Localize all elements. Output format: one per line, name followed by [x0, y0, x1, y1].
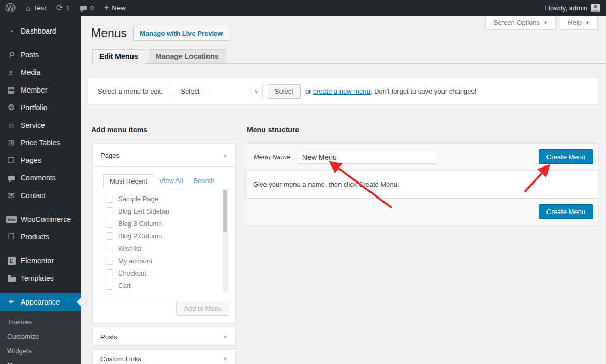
- checkbox[interactable]: [106, 245, 113, 252]
- live-preview-button[interactable]: Manage with Live Preview: [133, 26, 229, 41]
- smiley-icon: ☺: [7, 121, 16, 130]
- save-reminder-text: . Don't forget to save your changes!: [371, 87, 477, 95]
- box-icon: ❒: [7, 232, 16, 241]
- page-checkbox-item[interactable]: Cart: [106, 279, 229, 292]
- envelope-icon: ✉: [7, 191, 16, 200]
- pushpin-icon: ⚲: [7, 50, 16, 59]
- page-checkbox-item[interactable]: Blog 2 Column: [106, 230, 229, 242]
- sidebar-item-dashboard[interactable]: ◔Dashboard: [0, 22, 81, 40]
- checkbox[interactable]: [106, 282, 113, 290]
- sidebar-item-media[interactable]: ♬Media: [0, 64, 81, 81]
- sidebar-item-label: Comments: [21, 174, 56, 182]
- sidebar-item-label: WooCommerce: [21, 215, 71, 223]
- main-content: Screen Options▼ Help▼ Menus Manage with …: [81, 16, 606, 364]
- menu-structure-panel: Menu Name Create Menu Give your menu a n…: [247, 143, 599, 226]
- help-button[interactable]: Help▼: [560, 16, 598, 30]
- page-checkbox-item[interactable]: Blog 3 Column: [106, 217, 229, 230]
- sidebar-item-member[interactable]: ▤Member: [0, 81, 81, 99]
- checkbox[interactable]: [106, 269, 113, 277]
- sidebar-item-label: Contact: [21, 191, 46, 200]
- site-link[interactable]: ⌂Test: [21, 0, 51, 16]
- appearance-submenu: Themes Customize Widgets Menus: [0, 311, 81, 364]
- chevron-down-icon: ∨: [250, 84, 262, 98]
- pages-checklist: Sample Page Blog Left Sidebar Blog 3 Col…: [99, 188, 229, 294]
- checkbox[interactable]: [106, 207, 113, 215]
- select-button[interactable]: Select: [268, 84, 301, 98]
- chevron-down-icon: ▼: [222, 356, 228, 362]
- page-checkbox-item[interactable]: Blog Left Sidebar: [106, 205, 229, 217]
- page-checkbox-item[interactable]: Sample Page: [106, 192, 229, 205]
- id-card-icon: ▤: [7, 85, 16, 95]
- tab-manage-locations[interactable]: Manage Locations: [149, 49, 226, 63]
- checkbox[interactable]: [106, 257, 113, 265]
- sidebar-item-service[interactable]: ☺Service: [0, 116, 81, 134]
- scrollbar-thumb[interactable]: [223, 190, 227, 232]
- woo-badge-icon: Woo: [7, 216, 16, 223]
- checkbox[interactable]: [106, 220, 113, 228]
- sidebar-item-comments[interactable]: Comments: [0, 169, 81, 187]
- home-icon: ⌂: [26, 4, 31, 12]
- account-menu[interactable]: Howdy, admin: [545, 4, 606, 12]
- menu-tabs: Edit Menus Manage Locations: [92, 49, 229, 64]
- sidebar-item-templates[interactable]: Templates: [0, 269, 81, 287]
- menu-select-bar: Select a menu to edit: — Select — ∨ Sele…: [88, 78, 599, 104]
- checkbox[interactable]: [106, 195, 113, 203]
- sidebar-item-products[interactable]: ❒Products: [0, 228, 81, 246]
- sidebar-item-label: Price Tables: [21, 139, 60, 147]
- page-checkbox-item[interactable]: Checkout: [106, 267, 229, 279]
- site-name: Test: [34, 4, 46, 12]
- tab-search[interactable]: Search: [188, 174, 219, 188]
- custom-links-panel: Custom Links ▼: [92, 349, 236, 364]
- grid-icon: ⊞: [7, 138, 16, 147]
- chevron-down-icon: ▼: [543, 20, 548, 25]
- tab-view-all[interactable]: View All: [154, 174, 188, 188]
- new-content-menu[interactable]: +New: [99, 0, 130, 16]
- posts-panel-header[interactable]: Posts ▼: [93, 327, 235, 346]
- sidebar-item-price-tables[interactable]: ⊞Price Tables: [0, 134, 81, 151]
- add-to-menu-button[interactable]: Add to Menu: [176, 301, 229, 316]
- submenu-item-menus[interactable]: Menus: [0, 358, 81, 364]
- custom-links-panel-header[interactable]: Custom Links ▼: [93, 350, 235, 364]
- folder-icon: [7, 275, 16, 282]
- avatar: [591, 4, 600, 12]
- sidebar-item-label: Products: [21, 233, 49, 241]
- create-menu-button[interactable]: Create Menu: [539, 149, 593, 164]
- sidebar-item-posts[interactable]: ⚲Posts: [0, 46, 81, 64]
- sidebar-item-pages[interactable]: ❐Pages: [0, 151, 81, 169]
- sidebar-item-portfolio[interactable]: ❂Portfolio: [0, 99, 81, 116]
- admin-bar: Ⓦ ⌂Test ⟳1 0 +New Howdy, admin: [0, 0, 606, 16]
- sidebar-item-woocommerce[interactable]: WooWooCommerce: [0, 210, 81, 228]
- add-menu-items-heading: Add menu items: [91, 126, 147, 134]
- new-label: New: [112, 4, 125, 12]
- updates-indicator[interactable]: ⟳1: [51, 0, 75, 16]
- comments-indicator[interactable]: 0: [75, 0, 99, 16]
- wordpress-menu[interactable]: Ⓦ: [0, 0, 21, 16]
- menu-name-input[interactable]: [298, 150, 436, 164]
- select-menu-label: Select a menu to edit:: [98, 87, 163, 95]
- create-menu-button-footer[interactable]: Create Menu: [539, 204, 593, 219]
- scrollbar-track[interactable]: [223, 189, 228, 293]
- sidebar-item-appearance[interactable]: ✒Appearance: [0, 293, 81, 311]
- submenu-item-widgets[interactable]: Widgets: [0, 343, 81, 358]
- howdy-text: Howdy, admin: [545, 4, 587, 12]
- page-checkbox-item[interactable]: Wishlist: [106, 242, 229, 254]
- posts-panel: Posts ▼: [92, 327, 236, 345]
- menu-structure-heading: Menu structure: [247, 126, 299, 134]
- comment-icon: [7, 176, 16, 180]
- award-icon: ❂: [7, 103, 16, 112]
- sidebar-item-label: Templates: [21, 274, 54, 282]
- checkbox[interactable]: [106, 232, 113, 240]
- sidebar-item-contact[interactable]: ✉Contact: [0, 187, 81, 204]
- tab-most-recent[interactable]: Most Recent: [103, 174, 154, 188]
- page-checkbox-item[interactable]: My account: [106, 254, 229, 267]
- menu-name-label: Menu Name: [254, 153, 290, 161]
- menu-dropdown[interactable]: — Select — ∨: [168, 84, 263, 98]
- screen-options-button[interactable]: Screen Options▼: [485, 16, 556, 30]
- submenu-item-themes[interactable]: Themes: [0, 314, 81, 329]
- create-new-menu-link[interactable]: create a new menu: [313, 87, 371, 95]
- submenu-item-customize[interactable]: Customize: [0, 329, 81, 343]
- sidebar-item-label: Member: [21, 86, 47, 94]
- pages-panel-header[interactable]: Pages ▲: [93, 144, 235, 167]
- sidebar-item-elementor[interactable]: EElementor: [0, 252, 81, 269]
- tab-edit-menus[interactable]: Edit Menus: [92, 49, 145, 64]
